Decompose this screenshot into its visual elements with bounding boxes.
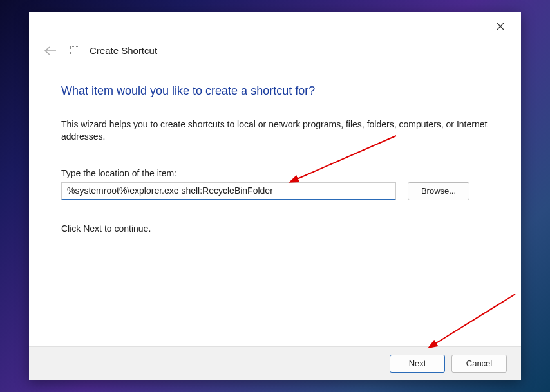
next-button[interactable]: Next [390,355,445,373]
close-button[interactable] [488,17,513,37]
location-input[interactable] [61,182,396,200]
create-shortcut-dialog: Create Shortcut What item would you like… [29,12,521,380]
close-icon [497,23,504,30]
dialog-footer: Next Cancel [29,346,521,380]
input-row: Browse... [61,182,489,200]
content-area: What item would you like to create a sho… [29,64,521,346]
description-text: This wizard helps you to create shortcut… [61,118,489,144]
header-row: Create Shortcut [29,41,521,64]
back-arrow-icon [43,46,57,56]
dialog-title: Create Shortcut [90,45,157,56]
titlebar [29,12,521,41]
location-label: Type the location of the item: [61,168,489,178]
continue-text: Click Next to continue. [61,223,489,234]
cancel-button[interactable]: Cancel [451,355,507,373]
back-button[interactable] [41,43,60,59]
shortcut-icon [70,46,79,55]
main-heading: What item would you like to create a sho… [61,84,489,98]
browse-button[interactable]: Browse... [408,182,469,200]
